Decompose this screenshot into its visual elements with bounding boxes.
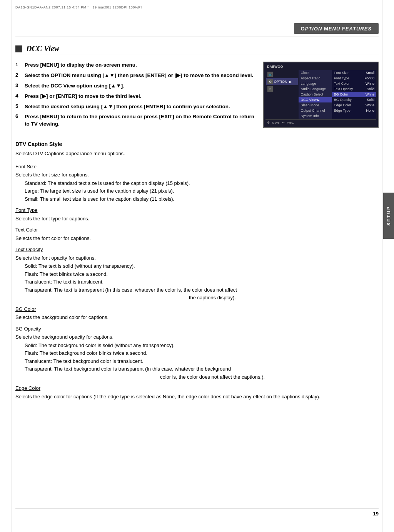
right-bgcolor-label: BG Color <box>334 92 348 96</box>
step-3: 3 Select the DCC View option using [▲▼]. <box>15 82 255 90</box>
bottom-divider <box>15 509 379 509</box>
right-edgecolor-value: White <box>366 103 374 107</box>
font-type-name: Font Type <box>15 206 379 214</box>
menu-icon-doc: 🖹 <box>266 86 298 92</box>
menu-item-clock[interactable]: Clock <box>299 70 332 76</box>
menu-item-language[interactable]: Language <box>299 81 332 86</box>
section-title: DCC View <box>26 44 59 53</box>
step-4-text: Press [▶] or [ENTER] to move to the thir… <box>25 93 142 100</box>
menu-item-system[interactable]: System Info <box>299 113 332 119</box>
main-content: 1 Press [MENU] to display the on-screen … <box>15 62 379 401</box>
font-size-item-2: Small: The small text size is used for t… <box>15 195 379 203</box>
steps-list: 1 Press [MENU] to display the on-screen … <box>15 62 255 128</box>
footer-move-icon: ✛ <box>267 121 270 124</box>
text-opacity-item-2: Translucent: The text is translucent. <box>15 278 379 286</box>
section-title-box: DCC View <box>15 44 59 53</box>
left-border <box>12 0 12 532</box>
tv-icon: 📺 <box>267 72 273 77</box>
font-size-item-0: Standard: The standard text size is used… <box>15 180 379 187</box>
font-size-name: Font Size <box>15 163 379 171</box>
right-bgopacity-label: BG Opacity <box>334 98 352 102</box>
edge-color-name: Edge Color <box>15 384 379 392</box>
menu-right-textcolor[interactable]: Text Color White <box>332 81 376 86</box>
step-4: 4 Press [▶] or [ENTER] to move to the th… <box>15 93 255 100</box>
menu-item-dccview[interactable]: DCC View <box>299 97 332 102</box>
step-5-text: Select the desired setup using [▲▼] then… <box>25 103 230 111</box>
menu-footer: ✛ Move ↩ Prev. <box>265 119 376 126</box>
text-opacity-name: Text Opacity <box>15 246 379 253</box>
menu-middle-panel: Clock Aspect Ratio Language Audio Langua… <box>299 70 332 119</box>
bg-opacity-desc: Selects the background opacity for capti… <box>15 333 379 341</box>
bg-color-desc: Selects the background color for caption… <box>15 314 379 321</box>
right-edgetype-label: Edge Type <box>334 109 351 112</box>
right-textcolor-label: Text Color <box>334 82 350 86</box>
menu-right-edgetype[interactable]: Edge Type None <box>332 108 376 113</box>
font-type-desc: Selects the font type for captions. <box>15 215 379 223</box>
dtv-caption-style-desc: Selects DTV Captions appearance menu opt… <box>15 150 379 158</box>
menu-body: 📺 ⚙ OPTION ▶ 🖹 <box>265 70 376 119</box>
text-opacity-desc: Selects the font opacity for captions. <box>15 254 379 262</box>
menu-right-textopacity[interactable]: Text Opacity Solid <box>332 86 376 92</box>
footer-move-label: Move <box>272 121 280 124</box>
footer-prev-icon: ↩ <box>282 121 285 124</box>
dtv-caption-style-title: DTV Caption Style <box>15 140 379 148</box>
step-4-num: 4 <box>15 93 22 100</box>
right-textopacity-label: Text Opacity <box>334 87 353 91</box>
menu-item-caption[interactable]: Caption Select <box>299 92 332 97</box>
top-section: 1 Press [MENU] to display the on-screen … <box>15 62 379 133</box>
onscreen-menu: DAEWOO 📺 ⚙ OPTION ▶ <box>263 62 379 128</box>
text-opacity-item-1: Flash: The text blinks twice a second. <box>15 270 379 278</box>
footer-prev-label: Prev. <box>287 121 294 124</box>
step-2-text: Select the OPTION menu using [▲▼] then p… <box>25 72 253 79</box>
step-1-text: Press [MENU] to display the on-screen me… <box>25 62 137 69</box>
menu-item-audio[interactable]: Audio Language <box>299 86 332 92</box>
menu-right-panel: Font Size Small Font Type Font 8 Text Co… <box>332 70 376 119</box>
menu-right-fonttype[interactable]: Font Type Font 8 <box>332 76 376 81</box>
font-size-desc: Selects the font size for captions. <box>15 171 379 179</box>
right-fontsize-value: Small <box>366 71 375 75</box>
option-icon: ⚙ <box>267 79 273 84</box>
bg-opacity-item-3: Transparent: The text background color i… <box>15 365 379 373</box>
menu-icon-option: ⚙ OPTION ▶ <box>266 78 298 85</box>
font-size-item-1: Large: The large text size is used for t… <box>15 187 379 195</box>
step-1-num: 1 <box>15 62 22 69</box>
menu-item-output[interactable]: Output Channel <box>299 108 332 113</box>
menu-right-bgcolor[interactable]: BG Color White <box>332 92 376 97</box>
text-opacity-item-3: Transparent: The text is transparent (In… <box>15 286 379 294</box>
setup-side-tab: SETUP <box>383 193 394 239</box>
right-edgecolor-label: Edge Color <box>334 103 351 107</box>
menu-icon-tv: 📺 <box>266 71 298 78</box>
section-title-line <box>15 54 379 54</box>
bg-opacity-item-1: Flash: The text background color blinks … <box>15 349 379 357</box>
menu-logo: DAEWOO <box>267 65 283 69</box>
menu-right-bgopacity[interactable]: BG Opacity Solid <box>332 97 376 102</box>
text-opacity-item-0: Solid: The text is solid (without any tr… <box>15 262 379 270</box>
step-6-num: 6 <box>15 113 22 128</box>
step-1: 1 Press [MENU] to display the on-screen … <box>15 62 255 69</box>
menu-right-list: Font Size Small Font Type Font 8 Text Co… <box>332 70 376 113</box>
step-6-text: Press [MENU] to return to the previous m… <box>25 113 255 128</box>
menu-item-aspect[interactable]: Aspect Ratio <box>299 76 332 81</box>
step-3-num: 3 <box>15 82 22 90</box>
right-edgetype-value: None <box>366 109 375 112</box>
text-opacity-item-3b: the captions display). <box>15 294 379 302</box>
text-color-desc: Selects the font color for captions. <box>15 235 379 242</box>
right-fontsize-label: Font Size <box>334 71 349 75</box>
menu-right-edgecolor[interactable]: Edge Color White <box>332 102 376 108</box>
menu-item-sleep[interactable]: Sleep Mode <box>299 102 332 108</box>
menu-icon-list: 📺 ⚙ OPTION ▶ 🖹 <box>265 70 299 93</box>
body-content: DTV Caption Style Selects DTV Captions a… <box>15 140 379 400</box>
step-2: 2 Select the OPTION menu using [▲▼] then… <box>15 72 255 79</box>
menu-right-fontsize[interactable]: Font Size Small <box>332 70 376 76</box>
right-bgcolor-value: White <box>366 92 374 96</box>
menu-middle-list: Clock Aspect Ratio Language Audio Langua… <box>299 70 332 119</box>
top-divider <box>15 37 379 37</box>
step-5: 5 Select the desired setup using [▲▼] th… <box>15 103 255 111</box>
step-2-num: 2 <box>15 72 22 79</box>
right-fonttype-value: Font 8 <box>365 76 375 80</box>
bg-opacity-name: BG Opacity <box>15 325 379 333</box>
menu-header: DAEWOO <box>265 64 376 69</box>
step-6: 6 Press [MENU] to return to the previous… <box>15 113 255 128</box>
right-border <box>382 0 382 532</box>
bg-opacity-item-2: Translucent: The text background color i… <box>15 357 379 365</box>
